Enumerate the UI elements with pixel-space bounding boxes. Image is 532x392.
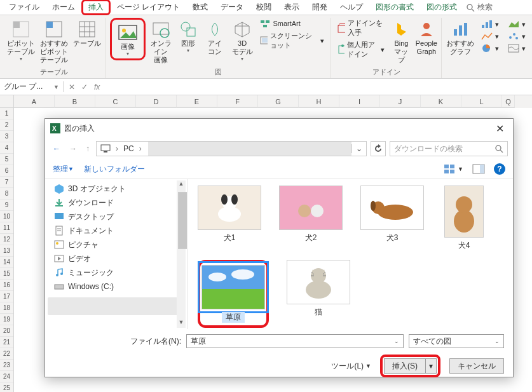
my-addins-button[interactable]: 個人用アドイン ▾ xyxy=(335,39,387,60)
row-header[interactable]: 14 xyxy=(0,257,13,268)
row-header[interactable]: 9 xyxy=(0,199,13,211)
tab-file[interactable]: ファイル xyxy=(3,0,46,15)
row-header[interactable]: 23 xyxy=(0,360,13,371)
tab-help[interactable]: ヘルプ xyxy=(334,0,369,15)
file-cat[interactable]: 猫 xyxy=(287,260,350,328)
tab-formulas[interactable]: 数式 xyxy=(186,0,214,15)
col-header[interactable]: A xyxy=(14,95,55,108)
tab-developer[interactable]: 開発 xyxy=(306,0,334,15)
close-button[interactable]: ✕ xyxy=(492,123,508,135)
nav-up-button[interactable]: ↑ xyxy=(83,143,92,154)
row-header[interactable]: 17 xyxy=(0,291,13,302)
row-header[interactable]: 20 xyxy=(0,325,13,337)
col-header[interactable]: D xyxy=(136,95,177,108)
row-header[interactable]: 19 xyxy=(0,314,13,325)
bing-maps-button[interactable]: Bing マップ xyxy=(391,18,412,65)
file-dog1[interactable]: 犬1 xyxy=(198,186,261,251)
new-folder-button[interactable]: 新しいフォルダー xyxy=(84,164,145,175)
shapes-button[interactable]: 図形▾ xyxy=(177,18,200,54)
tab-home[interactable]: ホーム xyxy=(46,0,81,15)
tree-videos[interactable]: ビデオ xyxy=(54,252,187,266)
tab-view[interactable]: 表示 xyxy=(278,0,306,15)
tab-review[interactable]: 校閲 xyxy=(250,0,278,15)
row-header[interactable]: 10 xyxy=(0,211,13,222)
cancel-button[interactable]: キャンセル xyxy=(449,358,504,374)
row-header[interactable]: 16 xyxy=(0,280,13,291)
col-header[interactable]: J xyxy=(380,95,421,108)
col-header[interactable]: K xyxy=(421,95,461,108)
breadcrumb-dropdown[interactable]: ⌄ xyxy=(351,144,366,153)
col-header[interactable]: F xyxy=(217,95,258,108)
preview-pane-button[interactable] xyxy=(472,164,485,174)
refresh-button[interactable] xyxy=(371,141,386,156)
help-button[interactable]: ? xyxy=(494,163,505,175)
row-header[interactable]: 15 xyxy=(0,268,13,280)
tree-scrollbar[interactable]: ▲ ▼ xyxy=(177,180,186,328)
row-header[interactable]: 8 xyxy=(0,188,13,199)
smartart-button[interactable]: SmartArt xyxy=(257,18,327,29)
select-all-corner[interactable] xyxy=(0,95,14,108)
table-button[interactable]: テーブル xyxy=(72,18,102,48)
tab-insert[interactable]: 挿入 xyxy=(81,0,111,15)
col-header[interactable]: G xyxy=(258,95,299,108)
enter-icon[interactable]: ✓ xyxy=(81,83,88,91)
icons-button[interactable]: アイ コン xyxy=(203,18,227,56)
breadcrumb-pc[interactable]: PC xyxy=(123,144,134,153)
file-grass-selected[interactable]: 草原 xyxy=(198,260,269,328)
row-header[interactable]: 13 xyxy=(0,245,13,257)
chart-area-button[interactable]: ▾ xyxy=(505,19,528,29)
name-box[interactable]: グルー プ... ▼ xyxy=(0,81,64,92)
tree-windows-c[interactable]: Windows (C:) xyxy=(54,280,187,294)
file-dog3[interactable]: 犬3 xyxy=(360,186,424,251)
scroll-up-icon[interactable]: ▲ xyxy=(177,180,186,189)
row-header[interactable]: 4 xyxy=(0,142,13,154)
tree-documents[interactable]: ドキュメント xyxy=(54,224,187,238)
chart-scatter-button[interactable]: ▾ xyxy=(505,31,528,41)
insert-button[interactable]: 挿入(S) ▾ xyxy=(384,358,437,374)
row-header[interactable]: 11 xyxy=(0,222,13,234)
file-dog4[interactable]: 犬4 xyxy=(442,186,486,251)
tree-desktop[interactable]: デスクトップ xyxy=(54,210,187,224)
chart-bar-button[interactable]: ▾ xyxy=(479,19,501,29)
breadcrumb[interactable]: › PC › ⌄ xyxy=(96,141,367,156)
file-dog2[interactable]: 犬2 xyxy=(279,186,343,251)
row-header[interactable]: 7 xyxy=(0,177,13,188)
3d-models-button[interactable]: 3D モデル▾ xyxy=(231,18,254,62)
filename-input[interactable]: 草原 ⌄ xyxy=(186,334,404,348)
nav-back-button[interactable]: ← xyxy=(50,143,63,154)
row-header[interactable]: 1 xyxy=(0,108,13,119)
row-header[interactable]: 21 xyxy=(0,337,13,348)
tab-data[interactable]: データ xyxy=(214,0,250,15)
dialog-search-input[interactable]: ダウンロードの検索 xyxy=(390,141,508,156)
chart-pie-button[interactable]: ▾ xyxy=(479,43,501,53)
chevron-down-icon[interactable]: ⌄ xyxy=(394,338,399,344)
col-header[interactable]: E xyxy=(177,95,217,108)
pictures-button[interactable]: 画像▾ xyxy=(113,21,142,57)
ribbon-search[interactable]: 検索 xyxy=(466,2,493,13)
insert-dropdown[interactable]: ▾ xyxy=(426,362,436,370)
tab-shape-format[interactable]: 図形の書式 xyxy=(369,0,420,15)
screenshot-button[interactable]: スクリーンショット ▾ xyxy=(257,30,327,51)
tree-pictures[interactable]: ピクチャ xyxy=(54,238,187,252)
chart-line-button[interactable]: ▾ xyxy=(479,31,501,41)
row-header[interactable]: 12 xyxy=(0,234,13,245)
tree-3d-objects[interactable]: 3D オブジェクト xyxy=(54,182,187,196)
row-header[interactable]: 3 xyxy=(0,131,13,142)
row-header[interactable]: 22 xyxy=(0,348,13,360)
col-header[interactable]: I xyxy=(339,95,380,108)
pivot-table-button[interactable]: ピボット テーブル▾ xyxy=(6,18,36,62)
online-pictures-button[interactable]: オンライン 画像 xyxy=(149,18,173,65)
col-header[interactable]: Q xyxy=(502,95,515,108)
tab-page-layout[interactable]: ページ レイアウト xyxy=(111,0,186,15)
tab-picture-format[interactable]: 図の形式 xyxy=(420,0,463,15)
tree-redacted-item[interactable] xyxy=(48,297,180,315)
organize-button[interactable]: 整理 ▼ xyxy=(53,164,74,175)
nav-forward-button[interactable]: → xyxy=(67,143,79,154)
breadcrumb-current[interactable] xyxy=(148,142,351,156)
view-mode-button[interactable]: ▼ xyxy=(444,164,463,174)
scroll-down-icon[interactable]: ▼ xyxy=(177,319,186,328)
col-header[interactable]: C xyxy=(95,95,136,108)
tools-dropdown[interactable]: ツール(L) ▼ xyxy=(331,361,371,372)
row-header[interactable]: 18 xyxy=(0,302,13,314)
row-header[interactable]: 24 xyxy=(0,371,13,382)
